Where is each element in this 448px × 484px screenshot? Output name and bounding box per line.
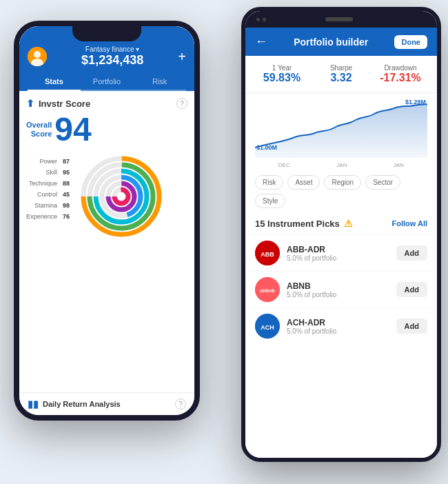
instrument-item-abnb: airbnb ABNB 5.0% of portfolio Add xyxy=(245,271,437,307)
phone2-top-bar xyxy=(245,11,437,28)
stat-drawdown: Drawdown -17.31% xyxy=(374,64,427,84)
tab-risk[interactable]: Risk xyxy=(133,73,186,90)
phone2-header: ← Portfolio builder Done xyxy=(245,28,437,56)
phone1-tabs: Stats Portfolio Risk xyxy=(28,73,186,91)
phone1-footer: ▮▮ Daily Return Analysis ? xyxy=(19,392,194,415)
camera-dot xyxy=(256,18,260,21)
abb-info: ABB-ADR 5.0% of portfolio xyxy=(287,245,389,262)
back-button[interactable]: ← xyxy=(255,34,267,49)
bar-chart-icon: ▮▮ xyxy=(28,399,39,410)
picks-header: 15 Instrument Picks ⚠ Follow All xyxy=(245,212,437,234)
add-button-phone1[interactable]: + xyxy=(178,49,186,65)
phones-container: Fantasy finance ▾ $1,234,438 + Stats Por… xyxy=(0,0,448,484)
add-abnb-button[interactable]: Add xyxy=(396,282,427,297)
radial-chart xyxy=(77,152,166,241)
instrument-item-abb: ABB ABB-ADR 5.0% of portfolio Add xyxy=(245,234,437,271)
score-row: Power Skill Technique Control Stamina Ex… xyxy=(26,152,187,241)
overall-score: 94 xyxy=(54,113,91,146)
phone2-screen: ← Portfolio builder Done 1 Year 59.83% S… xyxy=(245,28,437,458)
add-ach-button[interactable]: Add xyxy=(396,319,427,334)
instrument-list: ABB ABB-ADR 5.0% of portfolio Add airbnb xyxy=(245,234,437,344)
score-display: OverallScore 94 xyxy=(26,113,187,146)
phone1-body: ⬆ Invstr Score ? OverallScore 94 Power xyxy=(19,91,194,392)
svg-text:airbnb: airbnb xyxy=(260,288,274,293)
account-name: Fantasy finance ▾ xyxy=(47,46,178,53)
overall-label: OverallScore xyxy=(26,121,52,139)
avatar xyxy=(28,47,47,66)
filter-sector[interactable]: Sector xyxy=(365,175,400,190)
phone1-screen: Fantasy finance ▾ $1,234,438 + Stats Por… xyxy=(19,26,194,415)
invstr-icon: ⬆ xyxy=(26,98,34,109)
help-icon[interactable]: ? xyxy=(176,98,187,109)
svg-point-1 xyxy=(34,51,41,58)
phone2-title: Portfolio builder xyxy=(294,37,368,48)
phone2: ← Portfolio builder Done 1 Year 59.83% S… xyxy=(241,7,441,462)
abb-logo: ABB xyxy=(255,241,280,265)
invstr-score-header: ⬆ Invstr Score ? xyxy=(26,98,187,109)
phone2-stats: 1 Year 59.83% Sharpe 3.32 Drawdown -17.3… xyxy=(245,56,437,93)
picks-title: 15 Instrument Picks ⚠ xyxy=(255,218,353,229)
phone1-notch xyxy=(72,26,141,41)
warning-icon: ⚠ xyxy=(344,218,353,229)
daily-return-item[interactable]: ▮▮ Daily Return Analysis xyxy=(28,399,121,410)
chart-labels: DEC JAN JAN xyxy=(245,162,437,171)
filter-asset[interactable]: Asset xyxy=(287,175,320,190)
stat-1year: 1 Year 59.83% xyxy=(255,64,309,84)
sensor-dot xyxy=(263,18,266,21)
abnb-logo: airbnb xyxy=(255,277,280,302)
filter-style[interactable]: Style xyxy=(255,194,285,208)
chart-low-label: $1.00M xyxy=(256,144,277,151)
account-row: Fantasy finance ▾ $1,234,438 + xyxy=(28,46,186,68)
balance: $1,234,438 xyxy=(47,53,178,68)
filter-region[interactable]: Region xyxy=(324,175,361,190)
done-button[interactable]: Done xyxy=(394,35,427,49)
invstr-score-title: ⬆ Invstr Score xyxy=(26,98,90,109)
phone1: Fantasy finance ▾ $1,234,438 + Stats Por… xyxy=(14,21,200,421)
camera-dots xyxy=(256,18,266,21)
svg-text:ACH: ACH xyxy=(261,324,274,331)
metric-labels: Power Skill Technique Control Stamina Ex… xyxy=(26,158,57,220)
footer-help-icon[interactable]: ? xyxy=(175,399,186,410)
abnb-info: ABNB 5.0% of portfolio xyxy=(287,281,389,299)
ach-info: ACH-ADR 5.0% of portfolio xyxy=(287,318,389,335)
account-info: Fantasy finance ▾ $1,234,438 xyxy=(47,46,178,68)
add-abb-button[interactable]: Add xyxy=(396,245,427,261)
tab-portfolio[interactable]: Portfolio xyxy=(81,73,134,90)
ach-logo: ACH xyxy=(255,314,280,339)
metric-values: 87 95 88 45 98 76 xyxy=(63,158,70,220)
svg-text:ABB: ABB xyxy=(261,251,274,258)
follow-all-button[interactable]: Follow All xyxy=(391,219,427,228)
filter-tabs: Risk Asset Region Sector Style xyxy=(245,171,437,212)
chart-high-label: $1.28M xyxy=(405,99,426,105)
tab-stats[interactable]: Stats xyxy=(28,73,81,91)
stat-sharpe: Sharpe 3.32 xyxy=(314,64,368,84)
filter-risk[interactable]: Risk xyxy=(255,175,283,190)
chart-area: $1.28M $1.00M xyxy=(245,93,437,162)
instrument-item-ach: ACH ACH-ADR 5.0% of portfolio Add xyxy=(245,307,437,344)
